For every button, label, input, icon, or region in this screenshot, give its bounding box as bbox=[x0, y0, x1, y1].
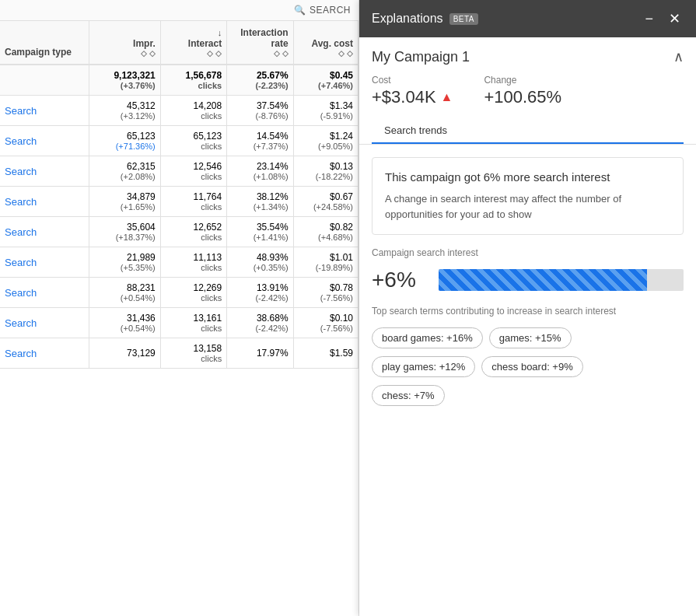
cell-avgcost: $1.24 (+9.05%) bbox=[293, 126, 358, 156]
tag-item[interactable]: board games: +16% bbox=[372, 327, 483, 348]
cell-campaign-type: Search bbox=[0, 217, 89, 247]
cost-arrow-icon: ▲ bbox=[441, 90, 453, 104]
col-header-campaign-type[interactable]: Campaign type bbox=[0, 21, 89, 65]
cell-impressions: 34,879 (+1.65%) bbox=[89, 187, 161, 217]
table-row[interactable]: Search 88,231 (+0.54%) 12,269 clicks 13.… bbox=[0, 278, 358, 308]
cell-avgcost: $0.78 (-7.56%) bbox=[293, 278, 358, 308]
cell-intrate: 23.14% (+1.08%) bbox=[227, 156, 293, 187]
avgcost-arrows: ◇ ◇ bbox=[299, 49, 353, 58]
summary-campaign bbox=[0, 65, 89, 96]
col-header-interactions[interactable]: ↓ Interact ◇ ◇ bbox=[160, 21, 226, 65]
cell-impressions: 21,989 (+5.35%) bbox=[89, 247, 161, 278]
tag-item[interactable]: games: +15% bbox=[489, 327, 572, 348]
cell-interactions: 11,113 clicks bbox=[160, 247, 226, 278]
cell-campaign-type: Search bbox=[0, 308, 89, 338]
table-row[interactable]: Search 21,989 (+5.35%) 11,113 clicks 48.… bbox=[0, 247, 358, 278]
highlight-title: This campaign got 6% more search interes… bbox=[385, 170, 670, 184]
cell-campaign-type: Search bbox=[0, 338, 89, 369]
change-value: +100.65% bbox=[484, 87, 561, 107]
table-row[interactable]: Search 62,315 (+2.08%) 12,546 clicks 23.… bbox=[0, 156, 358, 187]
table-row[interactable]: Search 45,312 (+3.12%) 14,208 clicks 37.… bbox=[0, 96, 358, 126]
cell-campaign-type: Search bbox=[0, 96, 89, 126]
cell-avgcost: $1.34 (-5.91%) bbox=[293, 96, 358, 126]
explanations-panel: Explanations BETA − ✕ My Campaign 1 ∧ Co… bbox=[359, 0, 696, 616]
cell-avgcost: $0.13 (-18.22%) bbox=[293, 156, 358, 187]
summary-avgcost: $0.45 (+7.46%) bbox=[293, 65, 358, 96]
cost-value: +$3.04K ▲ bbox=[372, 87, 453, 107]
cell-campaign-type: Search bbox=[0, 187, 89, 217]
cell-intrate: 14.54% (+7.37%) bbox=[227, 126, 293, 156]
col-header-interaction-rate[interactable]: Interaction rate ◇ ◇ bbox=[227, 21, 293, 65]
cell-interactions: 14,208 clicks bbox=[160, 96, 226, 126]
highlight-card: This campaign got 6% more search interes… bbox=[372, 157, 684, 235]
table-row[interactable]: Search 65,123 (+71.36%) 65,123 clicks 14… bbox=[0, 126, 358, 156]
tags-container: board games: +16%games: +15%play games: … bbox=[372, 327, 684, 406]
cell-avgcost: $0.82 (+4.68%) bbox=[293, 217, 358, 247]
summary-impressions: 9,123,321 (+3.76%) bbox=[89, 65, 161, 96]
tags-row: board games: +16%games: +15% bbox=[372, 327, 684, 348]
cell-interactions: 12,652 clicks bbox=[160, 217, 226, 247]
cell-intrate: 17.97% bbox=[227, 338, 293, 369]
campaign-name: My Campaign 1 bbox=[372, 49, 470, 65]
cell-campaign-type: Search bbox=[0, 156, 89, 187]
table-row[interactable]: Search 31,436 (+0.54%) 13,161 clicks 38.… bbox=[0, 308, 358, 338]
search-terms-label: Top search terms contributing to increas… bbox=[372, 305, 684, 318]
cell-interactions: 11,764 clicks bbox=[160, 187, 226, 217]
minimize-button[interactable]: − bbox=[642, 10, 656, 27]
campaign-section: My Campaign 1 ∧ Cost +$3.04K ▲ Change +1… bbox=[359, 37, 696, 145]
cell-avgcost: $0.10 (-7.56%) bbox=[293, 308, 358, 338]
tag-item[interactable]: chess: +7% bbox=[372, 385, 445, 406]
campaign-header: My Campaign 1 ∧ bbox=[372, 48, 684, 65]
chevron-up-icon[interactable]: ∧ bbox=[673, 48, 684, 65]
cell-interactions: 65,123 clicks bbox=[160, 126, 226, 156]
cost-metric: Cost +$3.04K ▲ bbox=[372, 75, 453, 107]
change-label: Change bbox=[484, 75, 561, 86]
cell-impressions: 65,123 (+71.36%) bbox=[89, 126, 161, 156]
metrics-row: Cost +$3.04K ▲ Change +100.65% bbox=[372, 75, 684, 107]
cost-label: Cost bbox=[372, 75, 453, 86]
cell-intrate: 13.91% (-2.42%) bbox=[227, 278, 293, 308]
panel-controls: − ✕ bbox=[642, 10, 684, 27]
cell-campaign-type: Search bbox=[0, 278, 89, 308]
panel-header: Explanations BETA − ✕ bbox=[359, 0, 696, 37]
cell-intrate: 38.68% (-2.42%) bbox=[227, 308, 293, 338]
cell-interactions: 12,546 clicks bbox=[160, 156, 226, 187]
cell-impressions: 88,231 (+0.54%) bbox=[89, 278, 161, 308]
cell-avgcost: $1.59 bbox=[293, 338, 358, 369]
panel-body: This campaign got 6% more search interes… bbox=[359, 145, 696, 616]
interactions-arrows: ◇ ◇ bbox=[166, 49, 222, 58]
impressions-arrows: ◇ ◇ bbox=[94, 49, 156, 58]
table-row[interactable]: Search 34,879 (+1.65%) 11,764 clicks 38.… bbox=[0, 187, 358, 217]
table-row[interactable]: Search 35,604 (+18.37%) 12,652 clicks 35… bbox=[0, 217, 358, 247]
campaigns-table: Campaign type Impr. ◇ ◇ ↓ Interact ◇ ◇ I… bbox=[0, 21, 358, 369]
cell-intrate: 35.54% (+1.41%) bbox=[227, 217, 293, 247]
highlight-desc: A change in search interest may affect t… bbox=[385, 191, 670, 222]
panel-header-left: Explanations BETA bbox=[372, 12, 478, 26]
table-row[interactable]: Search 73,129 13,158 clicks 17.97% $1.59 bbox=[0, 338, 358, 369]
tags-row: play games: +12%chess board: +9% bbox=[372, 356, 684, 377]
cell-interactions: 12,269 clicks bbox=[160, 278, 226, 308]
sort-arrow: ↓ bbox=[218, 28, 222, 37]
cell-interactions: 13,158 clicks bbox=[160, 338, 226, 369]
cell-intrate: 37.54% (-8.76%) bbox=[227, 96, 293, 126]
col-header-avg-cost[interactable]: Avg. cost ◇ ◇ bbox=[293, 21, 358, 65]
cell-impressions: 62,315 (+2.08%) bbox=[89, 156, 161, 187]
cell-impressions: 73,129 bbox=[89, 338, 161, 369]
summary-interactions: 1,56,678 clicks bbox=[160, 65, 226, 96]
col-header-impressions[interactable]: Impr. ◇ ◇ bbox=[89, 21, 161, 65]
search-icon: 🔍 bbox=[294, 5, 306, 16]
tab-row: Search trends bbox=[372, 118, 684, 144]
cell-impressions: 31,436 (+0.54%) bbox=[89, 308, 161, 338]
table-summary-row: 9,123,321 (+3.76%) 1,56,678 clicks 25.67… bbox=[0, 65, 358, 96]
tab-search-trends[interactable]: Search trends bbox=[372, 118, 460, 144]
table-panel: 🔍 SEARCH Campaign type Impr. ◇ ◇ ↓ Inter… bbox=[0, 0, 359, 616]
tag-item[interactable]: chess board: +9% bbox=[481, 356, 582, 377]
cell-avgcost: $0.67 (+24.58%) bbox=[293, 187, 358, 217]
tag-item[interactable]: play games: +12% bbox=[372, 356, 475, 377]
tags-row: chess: +7% bbox=[372, 385, 684, 406]
close-button[interactable]: ✕ bbox=[666, 10, 684, 27]
search-label: SEARCH bbox=[310, 5, 351, 16]
cell-campaign-type: Search bbox=[0, 126, 89, 156]
cell-intrate: 38.12% (+1.34%) bbox=[227, 187, 293, 217]
cell-intrate: 48.93% (+0.35%) bbox=[227, 247, 293, 278]
